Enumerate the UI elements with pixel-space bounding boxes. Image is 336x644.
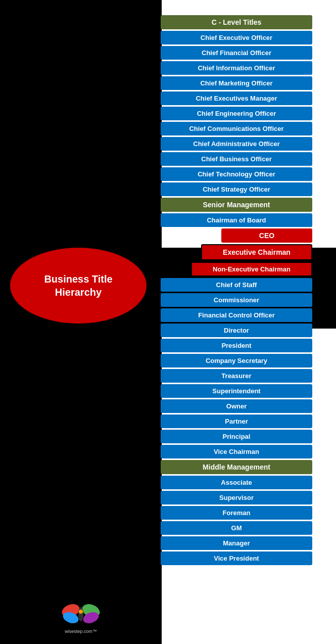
list-item: President	[161, 339, 312, 352]
middle-management-header: Middle Management	[161, 460, 312, 474]
list-item: Treasurer	[161, 369, 312, 383]
list-item: Commissioner	[161, 293, 312, 307]
list-item: Chairman of Board	[161, 213, 312, 227]
logo-text: wisestep.com™	[65, 629, 97, 634]
list-item: Company Secretary	[161, 354, 312, 367]
list-item: Chief Technology Officer	[161, 167, 312, 181]
list-item: Chief Administrative Officer	[161, 137, 312, 151]
list-item: Vice President	[161, 551, 312, 565]
list-item: Chief Business Officer	[161, 152, 312, 166]
svg-point-5	[79, 610, 83, 614]
logo-area: wisestep.com™	[30, 602, 131, 634]
list-item: Chief of Staff	[161, 278, 312, 292]
page-wrapper: Business Title Hierarchy wisestep.com™	[0, 0, 336, 644]
senior-management-header: Senior Management	[161, 198, 312, 212]
list-item: Manager	[161, 536, 312, 550]
list-item: Chief Strategy Officer	[161, 182, 312, 196]
list-item: Principal	[161, 430, 312, 443]
list-item: GM	[161, 521, 312, 535]
logo-icon	[61, 602, 101, 627]
non-exec-item: Non-Executive Chairman	[191, 262, 312, 277]
list-item: Chief Communications Officer	[161, 122, 312, 135]
list-item: Chief Executives Manager	[161, 91, 312, 105]
list-item: Partner	[161, 415, 312, 428]
title-text: Business Title Hierarchy	[44, 272, 112, 299]
list-item: Vice Chairman	[161, 445, 312, 458]
list-item: Foreman	[161, 506, 312, 520]
list-item: Chief Engineering Officer	[161, 107, 312, 120]
list-item: Associate	[161, 476, 312, 489]
list-item: Chief Financial Officer	[161, 46, 312, 60]
list-item: Director	[161, 324, 312, 337]
list-item: Financial Control Officer	[161, 308, 312, 322]
exec-chairman-item: Executive Chairman	[201, 244, 312, 260]
list-item: Owner	[161, 399, 312, 413]
list-item: Chief Executive Officer	[161, 31, 312, 44]
c-level-header: C - Level Titles	[161, 15, 312, 29]
content-column: C - Level Titles Chief Executive Officer…	[161, 15, 312, 565]
title-oval: Business Title Hierarchy	[10, 248, 147, 324]
ceo-item: CEO	[221, 228, 312, 243]
list-item: Chief Marketing Officer	[161, 76, 312, 90]
svg-point-4	[78, 607, 83, 621]
list-item: Supervisor	[161, 491, 312, 504]
list-item: Chief Information Officer	[161, 61, 312, 75]
list-item: Superintendent	[161, 384, 312, 398]
